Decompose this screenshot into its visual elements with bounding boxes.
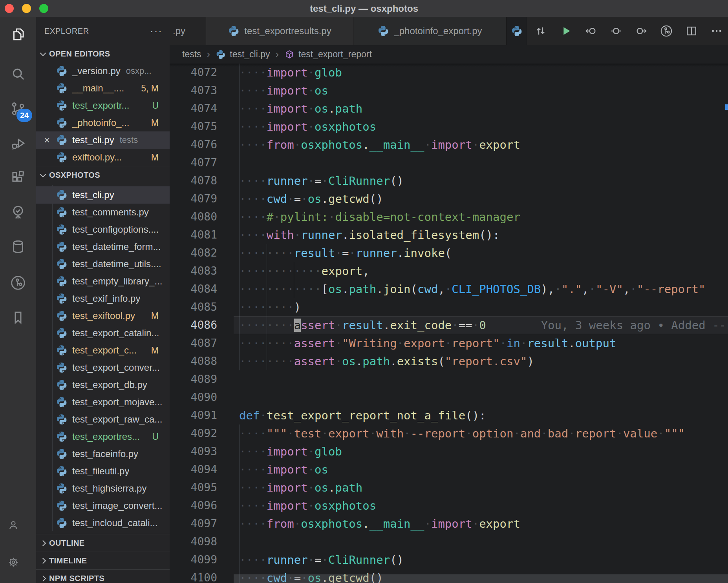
line-number[interactable]: 4085 [170, 298, 217, 316]
activity-account[interactable] [0, 513, 36, 541]
tree-item[interactable]: test_incloud_catali... [36, 514, 170, 532]
line-number[interactable]: 4080 [170, 208, 217, 226]
activity-testing[interactable] [0, 198, 36, 226]
line-number[interactable]: 4091 [170, 406, 217, 424]
code-editor[interactable]: 4072····import·glob4073····import·os4074… [170, 64, 728, 583]
open-editor-item[interactable]: ×test_cli.pytests [36, 131, 170, 149]
line-number[interactable]: 4082 [170, 244, 217, 262]
code-line[interactable]: 4096····import·osxphotos [170, 497, 728, 515]
activity-gitlens[interactable] [0, 269, 36, 297]
code-line[interactable]: 4080····#·pylint:·disable=not-context-ma… [170, 208, 728, 226]
line-number[interactable]: 4073 [170, 82, 217, 100]
more-actions-icon[interactable] [710, 24, 723, 38]
minimize-window-button[interactable] [22, 4, 31, 13]
line-number[interactable]: 4086 [170, 316, 217, 334]
horizontal-scrollbar[interactable] [234, 574, 728, 583]
line-number[interactable]: 4098 [170, 533, 217, 551]
line-number[interactable]: 4076 [170, 136, 217, 154]
activity-bookmarks[interactable] [0, 303, 36, 332]
code-line[interactable]: 4089 [170, 370, 728, 388]
code-line[interactable]: 4081····with·runner.isolated_filesystem(… [170, 226, 728, 244]
code-line[interactable]: 4082········result·=·runner.invoke( [170, 244, 728, 262]
code-line[interactable]: 4099····runner·=·CliRunner() [170, 551, 728, 569]
nav-back-icon[interactable] [584, 24, 598, 38]
code-line[interactable]: 4097····from·osxphotos.__main__·import·e… [170, 515, 728, 533]
section-timeline[interactable]: TIMELINE [36, 552, 170, 569]
line-number[interactable]: 4075 [170, 118, 217, 136]
line-number[interactable]: 4094 [170, 461, 217, 479]
line-number[interactable]: 4100 [170, 569, 217, 583]
tab-test_exportresults.py[interactable]: test_exportresults.py [206, 17, 353, 45]
code-line[interactable]: 4083············export, [170, 262, 728, 280]
code-line[interactable]: 4074····import·os.path [170, 100, 728, 118]
activity-extensions[interactable] [0, 164, 36, 192]
tree-item[interactable]: test_image_convert... [36, 497, 170, 514]
activity-settings[interactable] [0, 550, 36, 579]
tab-active-partial[interactable] [507, 17, 527, 45]
line-number[interactable]: 4087 [170, 334, 217, 352]
line-number[interactable]: 4084 [170, 280, 217, 298]
code-line[interactable]: 4075····import·osxphotos [170, 118, 728, 136]
tab-_photoinfo_export.py[interactable]: _photoinfo_export.py [353, 17, 507, 45]
code-line[interactable]: 4092····"""·test·export·with·--report·op… [170, 424, 728, 443]
tree-item[interactable]: test_empty_library_... [36, 273, 170, 290]
project-section-header[interactable]: OSXPHOTOS [36, 166, 170, 184]
activity-source-control[interactable]: 24 [0, 95, 36, 123]
line-number[interactable]: 4079 [170, 190, 217, 208]
line-number[interactable]: 4090 [170, 388, 217, 406]
code-line[interactable]: 4087········assert·"Writing·export·repor… [170, 334, 728, 352]
code-line[interactable]: 4085········) [170, 298, 728, 316]
tree-item[interactable]: test_datetime_form... [36, 238, 170, 255]
tree-item[interactable]: test_export_conver... [36, 359, 170, 376]
sidebar-more-icon[interactable]: ··· [150, 29, 163, 33]
activity-run-debug[interactable] [0, 129, 36, 157]
line-number[interactable]: 4099 [170, 551, 217, 569]
code-line[interactable]: 4091def·test_export_report_not_a_file(): [170, 406, 728, 424]
code-line[interactable]: 4095····import·os.path [170, 479, 728, 497]
code-line[interactable]: 4076····from·osxphotos.__main__·import·e… [170, 136, 728, 154]
breadcrumb-item[interactable]: test_export_report [284, 49, 372, 60]
open-editor-item[interactable]: exiftool.py...M [36, 149, 170, 166]
open-editors-header[interactable]: OPEN EDITORS [36, 45, 170, 62]
code-line[interactable]: 4084············[os.path.join(cwd,·CLI_P… [170, 280, 728, 298]
line-number[interactable]: 4078 [170, 172, 217, 190]
line-number[interactable]: 4077 [170, 154, 217, 172]
tree-item[interactable]: test_exiftool.pyM [36, 307, 170, 324]
tree-item[interactable]: test_highsierra.py [36, 480, 170, 497]
split-editor-icon[interactable] [685, 24, 698, 38]
line-number[interactable]: 4092 [170, 424, 217, 443]
compare-changes-icon[interactable] [534, 24, 547, 38]
code-line[interactable]: 4093····import·glob [170, 443, 728, 461]
close-window-button[interactable] [5, 4, 14, 13]
code-line[interactable]: 4090 [170, 388, 728, 406]
breadcrumb-item[interactable]: test_cli.py [216, 49, 270, 60]
tree-item[interactable]: test_exif_info.py [36, 290, 170, 307]
code-line[interactable]: 4077 [170, 154, 728, 172]
code-line[interactable]: 4088········assert·os.path.exists("repor… [170, 352, 728, 370]
line-number[interactable]: 4089 [170, 370, 217, 388]
line-number[interactable]: 4081 [170, 226, 217, 244]
line-number[interactable]: 4088 [170, 352, 217, 370]
tree-item[interactable]: test_exportres...U [36, 428, 170, 445]
git-graph-icon[interactable] [660, 24, 673, 38]
code-line[interactable]: 4086········assert·result.exit_code·==·0… [170, 316, 728, 334]
open-editor-item[interactable]: _photoinfo_...M [36, 114, 170, 131]
tree-item[interactable]: test_export_c...M [36, 342, 170, 359]
tree-item[interactable]: test_faceinfo.py [36, 445, 170, 463]
open-editor-item[interactable]: _version.pyosxp... [36, 62, 170, 80]
code-line[interactable]: 4098 [170, 533, 728, 551]
code-line[interactable]: 4073····import·os [170, 82, 728, 100]
line-number[interactable]: 4096 [170, 497, 217, 515]
open-editor-item[interactable]: __main__....5, M [36, 80, 170, 97]
activity-database[interactable] [0, 233, 36, 261]
tree-item[interactable]: test_fileutil.py [36, 463, 170, 480]
code-line[interactable]: 4078····runner·=·CliRunner() [170, 172, 728, 190]
breadcrumb-item[interactable]: tests [182, 49, 201, 60]
open-editor-item[interactable]: test_exportr...U [36, 97, 170, 114]
line-number[interactable]: 4074 [170, 100, 217, 118]
activity-search[interactable] [0, 60, 36, 88]
tree-item[interactable]: test_export_raw_ca... [36, 411, 170, 428]
line-number[interactable]: 4097 [170, 515, 217, 533]
line-number[interactable]: 4083 [170, 262, 217, 280]
tree-item[interactable]: test_comments.py [36, 204, 170, 221]
